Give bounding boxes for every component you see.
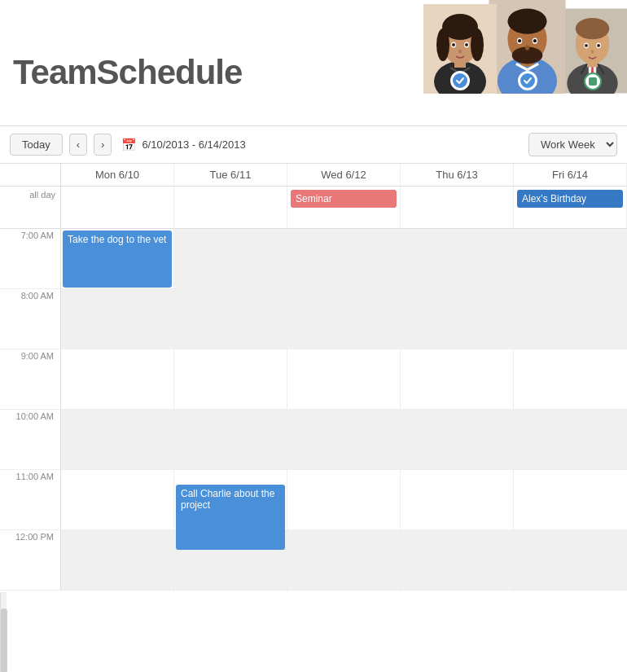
thu-slot-10[interactable] [401, 410, 513, 470]
thu-slot-7[interactable] [401, 229, 513, 289]
avatar-2[interactable] [489, 0, 566, 94]
brand-schedule: Schedule [97, 53, 243, 91]
allday-cell-mon [61, 187, 174, 228]
fri-slot-7[interactable] [514, 229, 627, 289]
event-alexbirthday[interactable]: Alex's Birthday [517, 190, 623, 208]
svg-point-33 [597, 44, 600, 47]
allday-cell-tue [174, 187, 287, 228]
svg-point-6 [471, 29, 484, 61]
wed-slot-10[interactable] [287, 410, 400, 470]
time-label-11am: 11:00 AM [0, 470, 61, 530]
time-grid: 7:00 AM 8:00 AM 9:00 AM 10:00 AM 11:00 A… [0, 229, 627, 672]
mon-slot-7[interactable]: Take the dog to the vet [61, 229, 173, 289]
day-header-fri: Fri 6/14 [514, 164, 627, 186]
svg-point-16 [507, 8, 546, 33]
svg-point-34 [591, 50, 594, 54]
svg-point-29 [576, 18, 610, 39]
calendar: Mon 6/10 Tue 6/11 Wed 6/12 Thu 6/13 Fri … [0, 164, 627, 672]
tue-slot-11[interactable]: Call Charlie about the project [174, 470, 287, 530]
day-col-mon: Take the dog to the vet [61, 229, 174, 592]
day-header-tue: Tue 6/11 [174, 164, 287, 186]
allday-row: all day Seminar Alex's Birthday [0, 187, 627, 229]
day-col-fri [514, 229, 627, 592]
calendar-icon: 📅 [121, 138, 137, 152]
time-label-12pm: 12:00 PM [0, 530, 61, 591]
day-headers: Mon 6/10 Tue 6/11 Wed 6/12 Thu 6/13 Fri … [0, 164, 627, 187]
allday-cell-fri[interactable]: Alex's Birthday [514, 187, 627, 228]
event-call-charlie[interactable]: Call Charlie about the project [176, 485, 285, 550]
wed-slot-7[interactable] [287, 229, 400, 289]
header: TeamSchedule [0, 0, 627, 126]
avatar-strip [423, 0, 627, 94]
prev-button[interactable]: ‹ [69, 134, 87, 156]
fri-slot-8[interactable] [514, 289, 627, 349]
view-select[interactable]: Work Week Day Week Month [528, 133, 617, 156]
svg-point-5 [436, 29, 449, 61]
date-range-wrap: 📅 6/10/2013 - 6/14/2013 [121, 138, 245, 152]
tue-slot-8[interactable] [174, 289, 287, 349]
avatar-3[interactable] [558, 8, 627, 94]
time-header [0, 164, 61, 186]
mon-slot-8[interactable] [61, 289, 173, 349]
day-col-thu [401, 229, 514, 592]
svg-point-22 [525, 45, 529, 50]
mon-slot-10[interactable] [61, 410, 173, 470]
tue-slot-9[interactable] [174, 349, 287, 410]
avatar-1[interactable] [423, 4, 497, 94]
svg-point-11 [458, 50, 462, 54]
wed-slot-11[interactable] [287, 470, 400, 530]
scrollbar[interactable] [0, 592, 7, 672]
day-header-wed: Wed 6/12 [287, 164, 401, 186]
svg-point-32 [585, 44, 588, 47]
mon-slot-11[interactable] [61, 470, 173, 530]
allday-cell-thu [401, 187, 514, 228]
wed-slot-9[interactable] [287, 349, 400, 410]
svg-point-20 [518, 39, 521, 42]
time-labels-col: 7:00 AM 8:00 AM 9:00 AM 10:00 AM 11:00 A… [0, 229, 61, 592]
fri-slot-10[interactable] [514, 410, 627, 470]
event-dog-vet[interactable]: Take the dog to the vet [63, 231, 172, 288]
thu-slot-8[interactable] [401, 289, 513, 349]
day-header-thu: Thu 6/13 [401, 164, 514, 186]
tue-slot-7[interactable] [174, 229, 287, 289]
mon-slot-9[interactable] [61, 349, 173, 410]
event-seminar[interactable]: Seminar [291, 190, 397, 208]
day-col-tue: Call Charlie about the project [174, 229, 287, 592]
svg-point-21 [533, 39, 537, 42]
brand: TeamSchedule [13, 53, 242, 92]
next-button[interactable]: › [94, 134, 112, 156]
time-label-8am: 8:00 AM [0, 289, 61, 349]
date-range: 6/10/2013 - 6/14/2013 [142, 138, 245, 151]
time-label-10am: 10:00 AM [0, 410, 61, 470]
time-label-9am: 9:00 AM [0, 349, 61, 410]
wed-slot-8[interactable] [287, 289, 400, 349]
allday-cell-wed[interactable]: Seminar [287, 187, 401, 228]
svg-point-9 [452, 43, 455, 46]
thu-slot-9[interactable] [401, 349, 513, 410]
mon-slot-12[interactable] [61, 530, 173, 591]
svg-point-10 [465, 43, 468, 46]
brand-team: Team [13, 53, 97, 91]
avatar-3-badge [584, 72, 602, 90]
time-label-7am: 7:00 AM [0, 229, 61, 289]
day-header-mon: Mon 6/10 [61, 164, 174, 186]
toolbar: Today ‹ › 📅 6/10/2013 - 6/14/2013 Work W… [0, 126, 627, 164]
fri-slot-9[interactable] [514, 349, 627, 410]
allday-label: all day [0, 187, 61, 228]
avatar-2-badge [518, 71, 537, 90]
thu-slot-12[interactable] [401, 530, 513, 591]
today-button[interactable]: Today [10, 134, 63, 156]
thu-slot-11[interactable] [401, 470, 513, 530]
day-col-wed [287, 229, 401, 592]
avatar-1-badge [450, 71, 470, 90]
wed-slot-12[interactable] [287, 530, 400, 591]
tue-slot-10[interactable] [174, 410, 287, 470]
fri-slot-11[interactable] [514, 470, 627, 530]
fri-slot-12[interactable] [514, 530, 627, 591]
